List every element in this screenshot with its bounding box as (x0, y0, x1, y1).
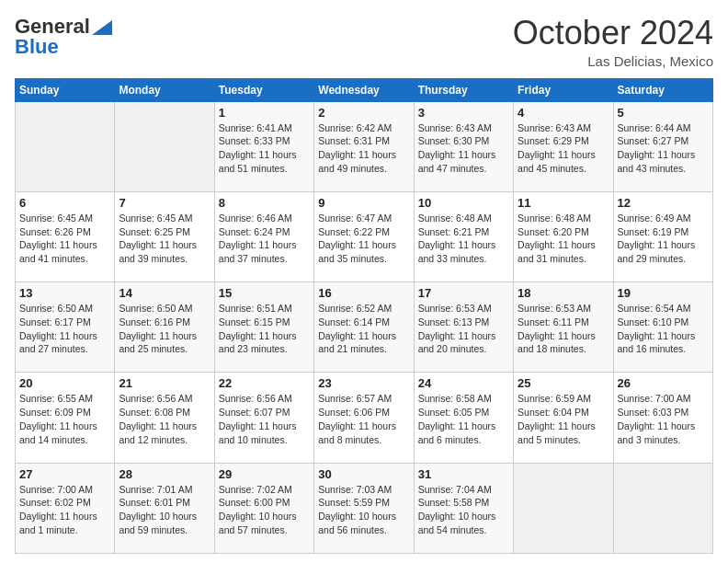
svg-marker-0 (92, 20, 112, 35)
calendar-cell: 12Sunrise: 6:49 AM Sunset: 6:19 PM Dayli… (613, 191, 712, 282)
day-number: 16 (318, 286, 409, 300)
day-number: 1 (219, 106, 310, 120)
calendar-cell: 31Sunrise: 7:04 AM Sunset: 5:58 PM Dayli… (414, 463, 513, 553)
day-number: 12 (618, 196, 709, 210)
day-info: Sunrise: 6:42 AM Sunset: 6:31 PM Dayligh… (318, 121, 409, 176)
calendar-cell: 5Sunrise: 6:44 AM Sunset: 6:27 PM Daylig… (613, 101, 712, 191)
title-block: October 2024 Las Delicias, Mexico (513, 15, 713, 69)
calendar-cell (16, 101, 115, 191)
day-info: Sunrise: 6:45 AM Sunset: 6:25 PM Dayligh… (119, 212, 210, 266)
day-info: Sunrise: 6:56 AM Sunset: 6:07 PM Dayligh… (219, 392, 310, 446)
day-info: Sunrise: 7:01 AM Sunset: 6:01 PM Dayligh… (119, 483, 210, 537)
calendar-cell: 10Sunrise: 6:48 AM Sunset: 6:21 PM Dayli… (414, 191, 513, 282)
day-info: Sunrise: 6:43 AM Sunset: 6:30 PM Dayligh… (418, 121, 509, 176)
day-number: 19 (618, 286, 709, 300)
day-number: 13 (19, 286, 110, 300)
day-info: Sunrise: 6:52 AM Sunset: 6:14 PM Dayligh… (318, 302, 409, 356)
page: General Blue October 2024 Las Delicias, … (0, 0, 728, 563)
day-number: 21 (119, 376, 210, 390)
calendar-cell: 25Sunrise: 6:59 AM Sunset: 6:04 PM Dayli… (514, 373, 613, 463)
day-number: 31 (418, 467, 509, 481)
calendar-cell: 19Sunrise: 6:54 AM Sunset: 6:10 PM Dayli… (613, 282, 712, 373)
day-info: Sunrise: 6:49 AM Sunset: 6:19 PM Dayligh… (618, 212, 709, 266)
day-info: Sunrise: 6:55 AM Sunset: 6:09 PM Dayligh… (19, 392, 110, 446)
day-info: Sunrise: 6:48 AM Sunset: 6:21 PM Dayligh… (418, 212, 509, 266)
day-number: 15 (219, 286, 310, 300)
location: Las Delicias, Mexico (513, 53, 713, 69)
day-number: 25 (518, 376, 609, 390)
day-info: Sunrise: 7:00 AM Sunset: 6:02 PM Dayligh… (19, 483, 110, 537)
day-number: 30 (318, 467, 409, 481)
day-info: Sunrise: 7:00 AM Sunset: 6:03 PM Dayligh… (618, 392, 709, 446)
calendar-cell: 24Sunrise: 6:58 AM Sunset: 6:05 PM Dayli… (414, 373, 513, 463)
calendar-cell: 29Sunrise: 7:02 AM Sunset: 6:00 PM Dayli… (214, 463, 313, 553)
day-info: Sunrise: 6:48 AM Sunset: 6:20 PM Dayligh… (518, 212, 609, 266)
calendar-cell: 30Sunrise: 7:03 AM Sunset: 5:59 PM Dayli… (314, 463, 414, 553)
day-number: 10 (418, 196, 509, 210)
calendar-cell: 6Sunrise: 6:45 AM Sunset: 6:26 PM Daylig… (16, 191, 115, 282)
day-number: 9 (318, 196, 409, 210)
calendar-row-2: 13Sunrise: 6:50 AM Sunset: 6:17 PM Dayli… (16, 282, 713, 373)
day-info: Sunrise: 6:56 AM Sunset: 6:08 PM Dayligh… (119, 392, 210, 446)
day-info: Sunrise: 6:44 AM Sunset: 6:27 PM Dayligh… (618, 121, 709, 176)
calendar-header-thursday: Thursday (414, 78, 513, 101)
calendar-cell: 1Sunrise: 6:41 AM Sunset: 6:33 PM Daylig… (214, 101, 313, 191)
calendar-row-0: 1Sunrise: 6:41 AM Sunset: 6:33 PM Daylig… (16, 101, 713, 191)
day-info: Sunrise: 6:58 AM Sunset: 6:05 PM Dayligh… (418, 392, 509, 446)
day-info: Sunrise: 6:53 AM Sunset: 6:11 PM Dayligh… (518, 302, 609, 356)
day-number: 6 (19, 196, 110, 210)
day-number: 3 (418, 106, 509, 120)
day-number: 29 (219, 467, 310, 481)
calendar-header-tuesday: Tuesday (214, 78, 313, 101)
day-number: 5 (618, 106, 709, 120)
day-info: Sunrise: 7:02 AM Sunset: 6:00 PM Dayligh… (219, 483, 310, 537)
day-number: 17 (418, 286, 509, 300)
day-number: 18 (518, 286, 609, 300)
calendar-header-row: SundayMondayTuesdayWednesdayThursdayFrid… (16, 78, 713, 101)
day-info: Sunrise: 6:41 AM Sunset: 6:33 PM Dayligh… (219, 121, 310, 176)
day-info: Sunrise: 7:04 AM Sunset: 5:58 PM Dayligh… (418, 483, 509, 537)
header: General Blue October 2024 Las Delicias, … (15, 15, 713, 69)
day-number: 22 (219, 376, 310, 390)
day-info: Sunrise: 6:43 AM Sunset: 6:29 PM Dayligh… (518, 121, 609, 176)
day-info: Sunrise: 6:51 AM Sunset: 6:15 PM Dayligh… (219, 302, 310, 356)
calendar-cell: 23Sunrise: 6:57 AM Sunset: 6:06 PM Dayli… (314, 373, 414, 463)
logo: General Blue (15, 15, 112, 59)
day-number: 11 (518, 196, 609, 210)
day-info: Sunrise: 6:50 AM Sunset: 6:17 PM Dayligh… (19, 302, 110, 356)
calendar-row-4: 27Sunrise: 7:00 AM Sunset: 6:02 PM Dayli… (16, 463, 713, 553)
day-info: Sunrise: 6:59 AM Sunset: 6:04 PM Dayligh… (518, 392, 609, 446)
calendar-header-wednesday: Wednesday (314, 78, 414, 101)
calendar-header-friday: Friday (514, 78, 613, 101)
calendar-cell: 8Sunrise: 6:46 AM Sunset: 6:24 PM Daylig… (214, 191, 313, 282)
calendar-cell: 3Sunrise: 6:43 AM Sunset: 6:30 PM Daylig… (414, 101, 513, 191)
calendar-cell: 11Sunrise: 6:48 AM Sunset: 6:20 PM Dayli… (514, 191, 613, 282)
day-number: 2 (318, 106, 409, 120)
calendar-header-monday: Monday (115, 78, 214, 101)
day-number: 27 (19, 467, 110, 481)
calendar-cell: 22Sunrise: 6:56 AM Sunset: 6:07 PM Dayli… (214, 373, 313, 463)
day-number: 23 (318, 376, 409, 390)
calendar-cell: 28Sunrise: 7:01 AM Sunset: 6:01 PM Dayli… (115, 463, 214, 553)
day-number: 28 (119, 467, 210, 481)
day-number: 24 (418, 376, 509, 390)
day-number: 4 (518, 106, 609, 120)
day-number: 20 (19, 376, 110, 390)
day-info: Sunrise: 6:53 AM Sunset: 6:13 PM Dayligh… (418, 302, 509, 356)
day-info: Sunrise: 6:45 AM Sunset: 6:26 PM Dayligh… (19, 212, 110, 266)
calendar-cell: 18Sunrise: 6:53 AM Sunset: 6:11 PM Dayli… (514, 282, 613, 373)
calendar-header-saturday: Saturday (613, 78, 712, 101)
calendar-row-1: 6Sunrise: 6:45 AM Sunset: 6:26 PM Daylig… (16, 191, 713, 282)
day-info: Sunrise: 6:46 AM Sunset: 6:24 PM Dayligh… (219, 212, 310, 266)
calendar-cell: 27Sunrise: 7:00 AM Sunset: 6:02 PM Dayli… (16, 463, 115, 553)
calendar-row-3: 20Sunrise: 6:55 AM Sunset: 6:09 PM Dayli… (16, 373, 713, 463)
day-number: 26 (618, 376, 709, 390)
calendar-cell (613, 463, 712, 553)
day-info: Sunrise: 6:50 AM Sunset: 6:16 PM Dayligh… (119, 302, 210, 356)
calendar-cell: 21Sunrise: 6:56 AM Sunset: 6:08 PM Dayli… (115, 373, 214, 463)
calendar-cell (514, 463, 613, 553)
calendar-cell (115, 101, 214, 191)
logo-blue: Blue (15, 35, 59, 59)
calendar-cell: 7Sunrise: 6:45 AM Sunset: 6:25 PM Daylig… (115, 191, 214, 282)
day-info: Sunrise: 7:03 AM Sunset: 5:59 PM Dayligh… (318, 483, 409, 537)
